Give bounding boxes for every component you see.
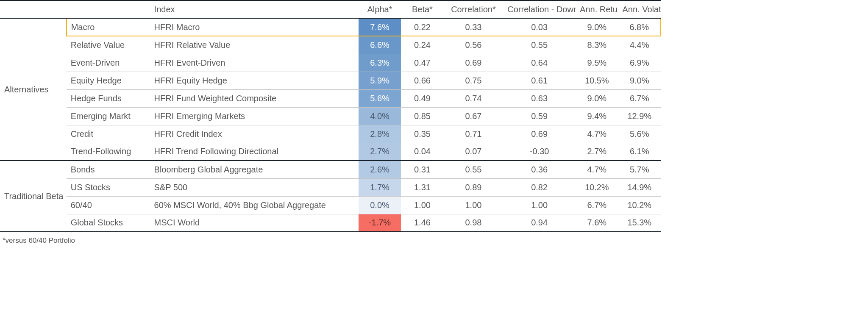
corrdm-value: 0.03 xyxy=(503,18,576,36)
annret-value: 10.2% xyxy=(576,178,618,196)
annret-value: 7.6% xyxy=(576,214,618,232)
corrdm-value: 1.00 xyxy=(503,196,576,214)
category-label: Emerging Markt xyxy=(67,107,150,125)
corrdm-value: 0.55 xyxy=(503,36,576,54)
corrdm-value: 0.59 xyxy=(503,107,576,125)
corr-value: 0.71 xyxy=(444,125,504,143)
table-row: 60/4060% MSCI World, 40% Bbg Global Aggr… xyxy=(0,196,661,214)
category-label: Trend-Following xyxy=(67,143,150,161)
header-beta: Beta* xyxy=(401,0,443,18)
corr-value: 0.69 xyxy=(444,54,504,72)
table-row: Traditional BetaBondsBloomberg Global Ag… xyxy=(0,161,661,178)
category-label: US Stocks xyxy=(67,178,150,196)
table-header-row: Index Alpha* Beta* Correlation* Correlat… xyxy=(0,0,661,18)
annret-value: 4.7% xyxy=(576,125,618,143)
table-body: AlternativesMacroHFRI Macro7.6%0.220.330… xyxy=(0,18,661,232)
table-row: AlternativesMacroHFRI Macro7.6%0.220.330… xyxy=(0,18,661,36)
corrdm-value: 0.82 xyxy=(503,178,576,196)
category-label: Relative Value xyxy=(67,36,150,54)
annvol-value: 12.9% xyxy=(618,107,661,125)
alpha-value: 6.3% xyxy=(359,54,401,72)
annvol-value: 10.2% xyxy=(618,196,661,214)
alpha-value: 5.6% xyxy=(359,89,401,107)
corr-value: 0.55 xyxy=(444,161,504,178)
corr-value: 0.07 xyxy=(444,143,504,161)
table-row: Emerging MarktHFRI Emerging Markets4.0%0… xyxy=(0,107,661,125)
corr-value: 0.74 xyxy=(444,89,504,107)
alpha-value: 2.7% xyxy=(359,143,401,161)
index-label: S&P 500 xyxy=(150,178,359,196)
corr-value: 0.98 xyxy=(444,214,504,232)
annvol-value: 5.6% xyxy=(618,125,661,143)
corr-value: 0.75 xyxy=(444,72,504,89)
beta-value: 0.85 xyxy=(401,107,443,125)
alpha-value: 5.9% xyxy=(359,72,401,89)
category-label: Event-Driven xyxy=(67,54,150,72)
header-annret: Ann. Returns xyxy=(576,0,618,18)
index-label: HFRI Relative Value xyxy=(150,36,359,54)
table-row: CreditHFRI Credit Index2.8%0.350.710.694… xyxy=(0,125,661,143)
category-label: 60/40 xyxy=(67,196,150,214)
header-corrdm: Correlation - Down Markets* xyxy=(503,0,576,18)
corr-value: 0.67 xyxy=(444,107,504,125)
corrdm-value: 0.64 xyxy=(503,54,576,72)
table-row: Trend-FollowingHFRI Trend Following Dire… xyxy=(0,143,661,161)
annvol-value: 6.8% xyxy=(618,18,661,36)
table-row: US StocksS&P 5001.7%1.310.890.8210.2%14.… xyxy=(0,178,661,196)
index-label: Bloomberg Global Aggregate xyxy=(150,161,359,178)
header-group xyxy=(0,0,67,18)
corrdm-value: -0.30 xyxy=(503,143,576,161)
annvol-value: 6.7% xyxy=(618,89,661,107)
index-label: HFRI Macro xyxy=(150,18,359,36)
header-index: Index xyxy=(150,0,359,18)
beta-value: 0.04 xyxy=(401,143,443,161)
table-row: Global StocksMSCI World-1.7%1.460.980.94… xyxy=(0,214,661,232)
header-alpha: Alpha* xyxy=(359,0,401,18)
annvol-value: 5.7% xyxy=(618,161,661,178)
alpha-value: 2.8% xyxy=(359,125,401,143)
index-label: 60% MSCI World, 40% Bbg Global Aggregate xyxy=(150,196,359,214)
header-sub xyxy=(67,0,150,18)
beta-value: 0.24 xyxy=(401,36,443,54)
index-label: HFRI Trend Following Directional xyxy=(150,143,359,161)
table-footnote: *versus 60/40 Portfolio xyxy=(0,232,868,245)
beta-value: 0.31 xyxy=(401,161,443,178)
group-label: Alternatives xyxy=(0,18,67,161)
alpha-value: 6.6% xyxy=(359,36,401,54)
index-label: HFRI Credit Index xyxy=(150,125,359,143)
corrdm-value: 0.36 xyxy=(503,161,576,178)
category-label: Bonds xyxy=(67,161,150,178)
annret-value: 9.0% xyxy=(576,89,618,107)
annret-value: 9.0% xyxy=(576,18,618,36)
index-label: HFRI Emerging Markets xyxy=(150,107,359,125)
annvol-value: 6.1% xyxy=(618,143,661,161)
annvol-value: 9.0% xyxy=(618,72,661,89)
corr-value: 1.00 xyxy=(444,196,504,214)
annvol-value: 15.3% xyxy=(618,214,661,232)
table-row: Hedge FundsHFRI Fund Weighted Composite5… xyxy=(0,89,661,107)
corrdm-value: 0.63 xyxy=(503,89,576,107)
category-label: Equity Hedge xyxy=(67,72,150,89)
annret-value: 9.4% xyxy=(576,107,618,125)
alpha-value: -1.7% xyxy=(359,214,401,232)
corr-value: 0.33 xyxy=(444,18,504,36)
beta-value: 0.35 xyxy=(401,125,443,143)
corr-value: 0.56 xyxy=(444,36,504,54)
category-label: Credit xyxy=(67,125,150,143)
index-label: MSCI World xyxy=(150,214,359,232)
table-row: Equity HedgeHFRI Equity Hedge5.9%0.660.7… xyxy=(0,72,661,89)
header-annvol: Ann. Volatility xyxy=(618,0,661,18)
corrdm-value: 0.61 xyxy=(503,72,576,89)
header-corr: Correlation* xyxy=(444,0,504,18)
index-label: HFRI Fund Weighted Composite xyxy=(150,89,359,107)
alpha-value: 4.0% xyxy=(359,107,401,125)
category-label: Hedge Funds xyxy=(67,89,150,107)
corrdm-value: 0.94 xyxy=(503,214,576,232)
annret-value: 2.7% xyxy=(576,143,618,161)
performance-table: Index Alpha* Beta* Correlation* Correlat… xyxy=(0,0,661,232)
beta-value: 1.31 xyxy=(401,178,443,196)
beta-value: 0.49 xyxy=(401,89,443,107)
alpha-value: 2.6% xyxy=(359,161,401,178)
table-row: Event-DrivenHFRI Event-Driven6.3%0.470.6… xyxy=(0,54,661,72)
category-label: Macro xyxy=(67,18,150,36)
